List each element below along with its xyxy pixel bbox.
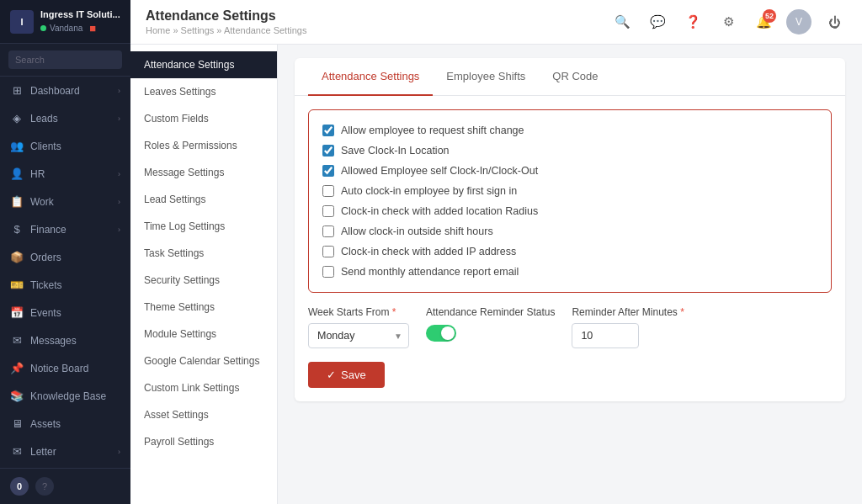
sidebar-item-work[interactable]: 📋 Work ›	[0, 188, 130, 215]
chevron-icon: ›	[118, 170, 120, 178]
sidebar-item-dashboard[interactable]: ⊞ Dashboard ›	[0, 77, 130, 104]
checkbox-group: Allow employee to request shift change S…	[308, 109, 832, 293]
form-row: Week Starts From * Monday Tuesday Wednes…	[308, 306, 832, 348]
tab-employee-shifts[interactable]: Employee Shifts	[433, 58, 539, 96]
sub-nav-payroll-settings[interactable]: Payroll Settings	[130, 428, 277, 455]
sub-nav-theme-settings[interactable]: Theme Settings	[130, 294, 277, 321]
week-starts-label: Week Starts From *	[308, 306, 409, 318]
sub-nav-module-settings[interactable]: Module Settings	[130, 321, 277, 347]
search-icon[interactable]: 🔍	[609, 9, 635, 34]
sidebar-item-leads[interactable]: ◈ Leads ›	[0, 104, 130, 132]
sub-nav-time-log-settings[interactable]: Time Log Settings	[130, 213, 277, 240]
leads-icon: ◈	[10, 112, 24, 125]
sidebar-label-dashboard: Dashboard	[30, 85, 80, 97]
tabs-container: Attendance SettingsEmployee ShiftsQR Cod…	[295, 58, 845, 96]
page-title: Attendance Settings	[146, 8, 306, 24]
sub-nav-message-settings[interactable]: Message Settings	[130, 159, 277, 186]
sidebar: I Ingress IT Soluti... Vandana ■ ⊞ Dashb…	[0, 0, 130, 504]
sidebar-label-clients: Clients	[30, 141, 61, 152]
checkbox-save-clock-in-location[interactable]	[322, 145, 334, 157]
sidebar-item-hr[interactable]: 👤 HR ›	[0, 160, 130, 188]
settings-card: Attendance SettingsEmployee ShiftsQR Cod…	[295, 58, 845, 401]
checkbox-auto-clock-in[interactable]	[322, 185, 334, 197]
main-area: Attendance Settings Home » Settings » At…	[130, 0, 862, 504]
sidebar-item-notice-board[interactable]: 📌 Notice Board	[0, 354, 130, 382]
sidebar-label-finance: Finance	[30, 224, 67, 236]
week-starts-select[interactable]: Monday Tuesday Wednesday Thursday Friday…	[308, 323, 409, 348]
sidebar-item-knowledge-base[interactable]: 📚 Knowledge Base	[0, 382, 130, 410]
topbar: Attendance Settings Home » Settings » At…	[130, 0, 862, 45]
sub-nav-security-settings[interactable]: Security Settings	[130, 267, 277, 294]
reminder-status-label: Attendance Reminder Status	[426, 306, 555, 318]
sidebar-item-clients[interactable]: 👥 Clients	[0, 132, 130, 160]
help-icon[interactable]: ❓	[680, 9, 705, 34]
sidebar-item-tickets[interactable]: 🎫 Tickets	[0, 271, 130, 299]
sidebar-item-events[interactable]: 📅 Events	[0, 299, 130, 326]
brand-user: Vandana ■	[40, 22, 120, 34]
reminder-minutes-input[interactable]	[572, 323, 639, 348]
checkbox-allow-shift-change[interactable]	[322, 125, 334, 136]
checkbox-item-allowed-self-clockin: Allowed Employee self Clock-In/Clock-Out	[322, 161, 817, 181]
tickets-icon: 🎫	[10, 279, 24, 291]
sub-nav-roles-permissions[interactable]: Roles & Permissions	[130, 132, 277, 159]
sub-nav-custom-link[interactable]: Custom Link Settings	[130, 374, 277, 401]
chat-icon[interactable]: 💬	[645, 9, 670, 34]
notice-board-icon: 📌	[10, 362, 24, 374]
reminder-status-toggle[interactable]	[426, 325, 456, 342]
sidebar-label-hr: HR	[30, 168, 45, 180]
search-input[interactable]	[8, 50, 122, 69]
sidebar-label-tickets: Tickets	[30, 279, 62, 291]
checkbox-allowed-self-clockin[interactable]	[322, 165, 334, 177]
checkbox-label-allow-shift-change: Allow employee to request shift change	[341, 125, 524, 136]
checkbox-item-allow-outside-shift: Allow clock-in outside shift hours	[322, 221, 817, 241]
save-button[interactable]: ✓ Save	[308, 362, 385, 388]
checkbox-label-save-clock-in-location: Save Clock-In Location	[341, 145, 450, 157]
sidebar-label-notice-board: Notice Board	[30, 363, 88, 374]
sidebar-item-messages[interactable]: ✉ Messages	[0, 326, 130, 354]
checkbox-item-clock-in-ip: Clock-in check with added IP address	[322, 241, 817, 262]
checkbox-allow-outside-shift[interactable]	[322, 225, 334, 237]
checkbox-clock-in-location-radius[interactable]	[322, 205, 334, 217]
sub-nav-asset-settings[interactable]: Asset Settings	[130, 401, 277, 428]
sub-nav-google-calendar[interactable]: Google Calendar Settings	[130, 347, 277, 374]
settings-icon[interactable]: ⚙	[716, 9, 741, 34]
notification-icon[interactable]: 🔔 52	[751, 9, 776, 34]
power-icon[interactable]: ⏻	[822, 9, 847, 34]
checkbox-monthly-report[interactable]	[322, 266, 334, 278]
tab-qr-code[interactable]: QR Code	[539, 58, 611, 96]
sidebar-label-leads: Leads	[30, 113, 58, 125]
checkbox-item-allow-shift-change: Allow employee to request shift change	[322, 120, 817, 141]
sidebar-label-assets: Assets	[30, 418, 61, 430]
sidebar-label-messages: Messages	[30, 335, 77, 347]
sidebar-item-assets[interactable]: 🖥 Assets	[0, 410, 130, 438]
chevron-icon: ›	[118, 198, 120, 206]
checkbox-label-auto-clock-in: Auto clock-in employee by first sign in	[341, 185, 517, 197]
tab-attendance-settings[interactable]: Attendance Settings	[308, 58, 433, 96]
sidebar-label-events: Events	[30, 307, 61, 319]
content-area: Attendance SettingsLeaves SettingsCustom…	[130, 45, 862, 504]
week-starts-group: Week Starts From * Monday Tuesday Wednes…	[308, 306, 409, 348]
sub-nav-custom-fields[interactable]: Custom Fields	[130, 105, 277, 132]
checkbox-clock-in-ip[interactable]	[322, 246, 334, 257]
sub-nav-task-settings[interactable]: Task Settings	[130, 240, 277, 267]
notification-badge: 52	[763, 9, 776, 23]
sidebar-search-container	[0, 44, 130, 77]
sidebar-item-orders[interactable]: 📦 Orders	[0, 243, 130, 271]
sidebar-item-finance[interactable]: $ Finance ›	[0, 215, 130, 243]
avatar[interactable]: V	[786, 9, 811, 34]
sidebar-bottom: 0 ?	[0, 468, 130, 504]
sub-nav-leaves-settings[interactable]: Leaves Settings	[130, 78, 277, 105]
topbar-left: Attendance Settings Home » Settings » At…	[146, 8, 306, 35]
counter-badge: 0	[10, 477, 29, 496]
help-icon[interactable]: ?	[35, 477, 54, 496]
hr-icon: 👤	[10, 167, 24, 180]
sub-nav-lead-settings[interactable]: Lead Settings	[130, 186, 277, 213]
checkbox-item-auto-clock-in: Auto clock-in employee by first sign in	[322, 181, 817, 201]
chevron-icon: ›	[118, 225, 120, 234]
sidebar-item-letter[interactable]: ✉ Letter ›	[0, 438, 130, 465]
brand-header: I Ingress IT Soluti... Vandana ■	[0, 0, 130, 44]
sidebar-label-knowledge-base: Knowledge Base	[30, 390, 106, 402]
sub-sidebar: Attendance SettingsLeaves SettingsCustom…	[130, 45, 278, 504]
sub-nav-attendance-settings[interactable]: Attendance Settings	[130, 51, 277, 78]
knowledge-base-icon: 📚	[10, 390, 24, 402]
